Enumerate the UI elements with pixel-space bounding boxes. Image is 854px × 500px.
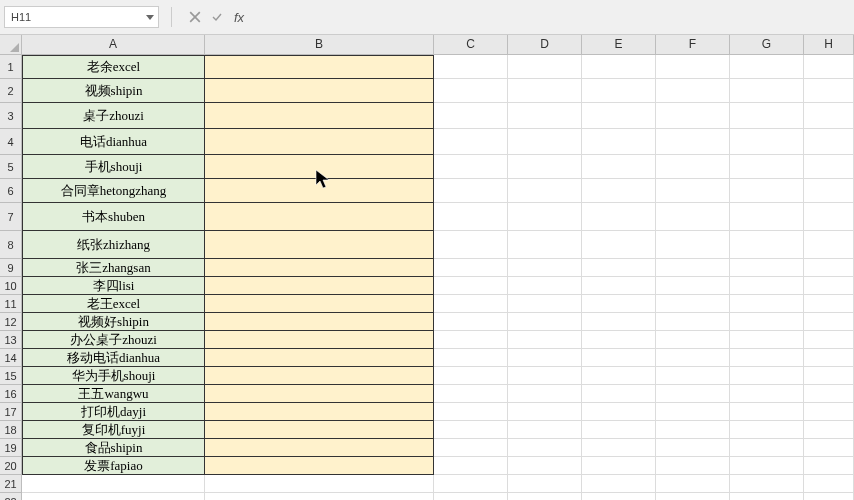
cell-E18[interactable] <box>582 421 656 439</box>
row-header-8[interactable]: 8 <box>0 231 22 259</box>
cell-G6[interactable] <box>730 179 804 203</box>
cell-E16[interactable] <box>582 385 656 403</box>
cell-G5[interactable] <box>730 155 804 179</box>
cell-D2[interactable] <box>508 79 582 103</box>
cell-D4[interactable] <box>508 129 582 155</box>
cell-H17[interactable] <box>804 403 854 421</box>
cell-B5[interactable] <box>205 155 434 179</box>
cell-C9[interactable] <box>434 259 508 277</box>
cell-G13[interactable] <box>730 331 804 349</box>
cell-C20[interactable] <box>434 457 508 475</box>
cell-F15[interactable] <box>656 367 730 385</box>
cell-B3[interactable] <box>205 103 434 129</box>
cell-B18[interactable] <box>205 421 434 439</box>
cell-H15[interactable] <box>804 367 854 385</box>
cell-A7[interactable]: 书本shuben <box>22 203 205 231</box>
cell-G11[interactable] <box>730 295 804 313</box>
cell-E7[interactable] <box>582 203 656 231</box>
cell-C3[interactable] <box>434 103 508 129</box>
cell-F21[interactable] <box>656 475 730 493</box>
cell-C5[interactable] <box>434 155 508 179</box>
cell-E4[interactable] <box>582 129 656 155</box>
row-header-14[interactable]: 14 <box>0 349 22 367</box>
cell-F9[interactable] <box>656 259 730 277</box>
cell-G16[interactable] <box>730 385 804 403</box>
cell-E13[interactable] <box>582 331 656 349</box>
name-box[interactable]: H11 <box>4 6 159 28</box>
cell-E6[interactable] <box>582 179 656 203</box>
cell-A4[interactable]: 电话dianhua <box>22 129 205 155</box>
cell-G12[interactable] <box>730 313 804 331</box>
column-header-H[interactable]: H <box>804 35 854 55</box>
cell-H21[interactable] <box>804 475 854 493</box>
row-header-6[interactable]: 6 <box>0 179 22 203</box>
cell-G22[interactable] <box>730 493 804 500</box>
cell-D9[interactable] <box>508 259 582 277</box>
cell-A6[interactable]: 合同章hetongzhang <box>22 179 205 203</box>
row-header-18[interactable]: 18 <box>0 421 22 439</box>
cell-E2[interactable] <box>582 79 656 103</box>
cell-G9[interactable] <box>730 259 804 277</box>
cell-A10[interactable]: 李四lisi <box>22 277 205 295</box>
cell-E11[interactable] <box>582 295 656 313</box>
cell-G20[interactable] <box>730 457 804 475</box>
formula-input[interactable] <box>254 6 850 28</box>
cell-F8[interactable] <box>656 231 730 259</box>
cell-F2[interactable] <box>656 79 730 103</box>
column-header-G[interactable]: G <box>730 35 804 55</box>
cell-C7[interactable] <box>434 203 508 231</box>
cell-E9[interactable] <box>582 259 656 277</box>
row-header-11[interactable]: 11 <box>0 295 22 313</box>
cell-G21[interactable] <box>730 475 804 493</box>
cell-G10[interactable] <box>730 277 804 295</box>
cell-E10[interactable] <box>582 277 656 295</box>
cell-A11[interactable]: 老王excel <box>22 295 205 313</box>
row-header-7[interactable]: 7 <box>0 203 22 231</box>
cell-F4[interactable] <box>656 129 730 155</box>
cell-C12[interactable] <box>434 313 508 331</box>
row-header-15[interactable]: 15 <box>0 367 22 385</box>
cell-G15[interactable] <box>730 367 804 385</box>
cell-B19[interactable] <box>205 439 434 457</box>
cell-A16[interactable]: 王五wangwu <box>22 385 205 403</box>
cell-E14[interactable] <box>582 349 656 367</box>
cell-D8[interactable] <box>508 231 582 259</box>
cell-H11[interactable] <box>804 295 854 313</box>
cell-H2[interactable] <box>804 79 854 103</box>
row-header-4[interactable]: 4 <box>0 129 22 155</box>
cell-D5[interactable] <box>508 155 582 179</box>
cell-E8[interactable] <box>582 231 656 259</box>
cell-D15[interactable] <box>508 367 582 385</box>
cell-C11[interactable] <box>434 295 508 313</box>
cell-A17[interactable]: 打印机dayji <box>22 403 205 421</box>
cell-A19[interactable]: 食品shipin <box>22 439 205 457</box>
row-header-16[interactable]: 16 <box>0 385 22 403</box>
cell-E20[interactable] <box>582 457 656 475</box>
cell-D14[interactable] <box>508 349 582 367</box>
cell-D19[interactable] <box>508 439 582 457</box>
cell-G2[interactable] <box>730 79 804 103</box>
cell-H9[interactable] <box>804 259 854 277</box>
cell-B4[interactable] <box>205 129 434 155</box>
cell-F3[interactable] <box>656 103 730 129</box>
cell-C19[interactable] <box>434 439 508 457</box>
row-header-19[interactable]: 19 <box>0 439 22 457</box>
column-header-D[interactable]: D <box>508 35 582 55</box>
cell-A14[interactable]: 移动电话dianhua <box>22 349 205 367</box>
cell-C15[interactable] <box>434 367 508 385</box>
cell-D13[interactable] <box>508 331 582 349</box>
cell-C17[interactable] <box>434 403 508 421</box>
cell-D7[interactable] <box>508 203 582 231</box>
cell-D18[interactable] <box>508 421 582 439</box>
cell-B1[interactable] <box>205 55 434 79</box>
cell-F12[interactable] <box>656 313 730 331</box>
cell-A18[interactable]: 复印机fuyji <box>22 421 205 439</box>
cell-F20[interactable] <box>656 457 730 475</box>
cell-C21[interactable] <box>434 475 508 493</box>
cancel-icon[interactable] <box>184 6 206 28</box>
cell-G18[interactable] <box>730 421 804 439</box>
cell-B16[interactable] <box>205 385 434 403</box>
cell-F11[interactable] <box>656 295 730 313</box>
select-all-corner[interactable] <box>0 35 22 55</box>
cell-G19[interactable] <box>730 439 804 457</box>
